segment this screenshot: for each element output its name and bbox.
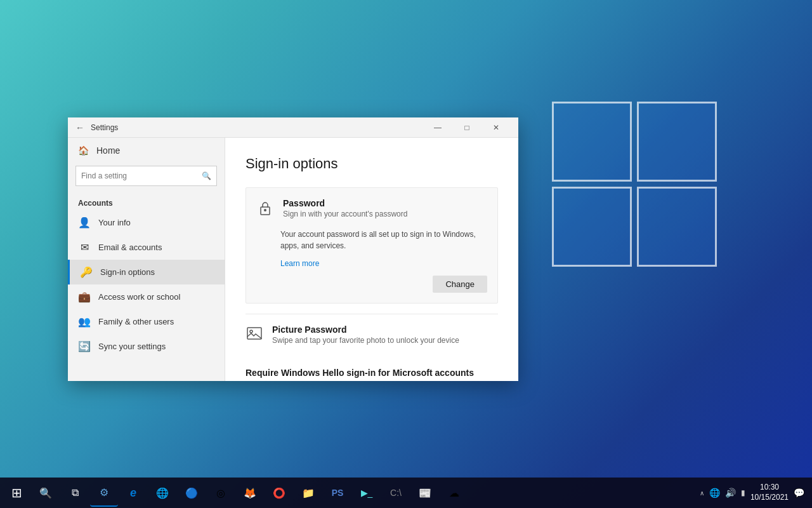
window-title: Settings	[91, 123, 423, 132]
picture-password-icon	[246, 324, 263, 346]
sidebar-item-label-sync: Sync your settings	[98, 342, 166, 351]
volume-icon[interactable]: 🔊	[725, 488, 736, 498]
svg-point-1	[264, 209, 266, 211]
picture-password-title: Picture Password	[272, 324, 459, 335]
home-icon: 🏠	[78, 145, 89, 156]
maximize-button[interactable]: □	[452, 117, 481, 138]
back-button[interactable]: ←	[75, 123, 84, 133]
your-info-icon: 👤	[78, 217, 91, 229]
taskbar-clock[interactable]: 10:30 10/15/2021	[750, 483, 789, 502]
ie-taskbar-icon[interactable]: 🔵	[178, 479, 206, 507]
sidebar-section-title: Accounts	[68, 194, 225, 210]
sidebar-item-label-email: Email & accounts	[98, 243, 162, 252]
settings-taskbar-icon[interactable]: ⚙	[90, 479, 118, 507]
picture-password-row: Picture Password Swipe and tap your favo…	[246, 314, 498, 355]
family-icon: 👥	[78, 316, 91, 328]
sign-in-icon: 🔑	[80, 266, 93, 278]
main-content: Sign-in options Password Sign in with yo…	[225, 138, 518, 381]
sync-icon: 🔄	[78, 340, 91, 352]
sidebar-item-sync[interactable]: 🔄 Sync your settings	[68, 334, 225, 359]
sidebar-item-your-info[interactable]: 👤 Your info	[68, 210, 225, 235]
taskbar-right: ∧ 🌐 🔊 ▮ 10:30 10/15/2021 💬	[700, 483, 809, 502]
page-title: Sign-in options	[246, 156, 498, 172]
news-taskbar-icon[interactable]: 📰	[411, 479, 439, 507]
action-center-icon[interactable]: 💬	[794, 488, 804, 498]
sidebar-item-label-family: Family & other users	[98, 317, 174, 326]
minimize-button[interactable]: —	[423, 117, 452, 138]
sidebar-item-label-signin: Sign-in options	[100, 267, 155, 277]
search-input[interactable]	[81, 171, 202, 180]
title-bar: ← Settings — □ ✕	[68, 117, 518, 138]
battery-icon: ▮	[741, 488, 745, 497]
email-icon: ✉	[78, 241, 91, 253]
terminal-taskbar-icon[interactable]: ▶_	[353, 479, 381, 507]
sidebar-search-box[interactable]: 🔍	[75, 166, 217, 186]
password-subtitle: Sign in with your account's password	[283, 210, 407, 218]
sidebar-item-access-work[interactable]: 💼 Access work or school	[68, 284, 225, 309]
taskbar: ⊞ 🔍 ⧉ ⚙ e 🌐 🔵 ◎ 🦊 ⭕ 📁 PS ▶_ C:\ 📰 ☁ ∧ 🌐 …	[0, 478, 812, 508]
edge2-taskbar-icon[interactable]: 🌐	[148, 479, 176, 507]
password-body: Your account password is all set up to s…	[256, 229, 487, 251]
sidebar-item-email-accounts[interactable]: ✉ Email & accounts	[68, 235, 225, 260]
sidebar-item-label-work: Access work or school	[98, 292, 180, 302]
edge-taskbar-icon[interactable]: e	[119, 479, 147, 507]
password-card: Password Sign in with your account's pas…	[246, 187, 498, 304]
password-icon	[256, 199, 274, 221]
onedrive-taskbar-icon[interactable]: ☁	[440, 479, 468, 507]
password-actions: Change	[256, 276, 487, 293]
settings-window: ← Settings — □ ✕ 🏠 Home 🔍 Accounts 👤 You…	[68, 117, 518, 381]
powershell-taskbar-icon[interactable]: PS	[324, 479, 351, 507]
learn-more-link[interactable]: Learn more	[256, 259, 487, 268]
password-title: Password	[283, 198, 407, 208]
password-header: Password Sign in with your account's pas…	[256, 198, 487, 221]
window-body: 🏠 Home 🔍 Accounts 👤 Your info ✉ Email & …	[68, 138, 518, 381]
work-icon: 💼	[78, 291, 91, 303]
sidebar-home[interactable]: 🏠 Home	[68, 138, 225, 163]
sidebar: 🏠 Home 🔍 Accounts 👤 Your info ✉ Email & …	[68, 138, 225, 381]
svg-point-3	[250, 330, 252, 333]
chrome-taskbar-icon[interactable]: ◎	[207, 479, 235, 507]
start-button[interactable]: ⊞	[3, 479, 30, 507]
windows-logo-decoration	[552, 102, 730, 279]
sidebar-item-label-your-info: Your info	[98, 218, 131, 227]
network-icon[interactable]: 🌐	[709, 488, 720, 498]
window-controls: — □ ✕	[423, 117, 511, 138]
explorer-taskbar-icon[interactable]: 📁	[294, 479, 322, 507]
system-tray-expand[interactable]: ∧	[700, 490, 704, 497]
sidebar-item-family[interactable]: 👥 Family & other users	[68, 309, 225, 334]
opera-taskbar-icon[interactable]: ⭕	[265, 479, 293, 507]
cmd-taskbar-icon[interactable]: C:\	[382, 479, 410, 507]
hello-heading: Require Windows Hello sign-in for Micros…	[246, 368, 498, 378]
firefox-taskbar-icon[interactable]: 🦊	[236, 479, 264, 507]
taskbar-date-display: 10/15/2021	[750, 493, 789, 503]
sidebar-item-sign-in-options[interactable]: 🔑 Sign-in options	[68, 260, 225, 284]
picture-password-subtitle: Swipe and tap your favorite photo to unl…	[272, 336, 459, 345]
search-taskbar-button[interactable]: 🔍	[32, 479, 60, 507]
change-password-button[interactable]: Change	[433, 276, 487, 293]
close-button[interactable]: ✕	[481, 117, 511, 138]
search-icon: 🔍	[202, 171, 211, 180]
taskbar-time-display: 10:30	[750, 483, 789, 493]
sidebar-home-label: Home	[96, 145, 120, 156]
task-view-button[interactable]: ⧉	[61, 479, 89, 507]
